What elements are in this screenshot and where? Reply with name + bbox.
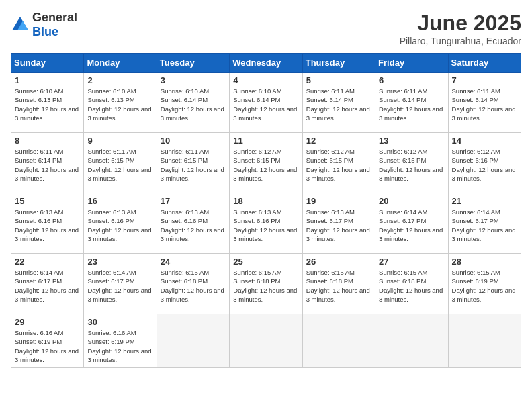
table-row: 3 Sunrise: 6:10 AM Sunset: 6:14 PM Dayli… bbox=[157, 73, 229, 133]
day-number: 15 bbox=[15, 196, 80, 206]
month-year: June 2025 bbox=[400, 11, 521, 36]
day-info: Sunrise: 6:12 AM Sunset: 6:15 PM Dayligh… bbox=[306, 147, 371, 183]
day-number: 9 bbox=[87, 136, 152, 146]
logo: General Blue bbox=[11, 11, 77, 39]
calendar-row: 1 Sunrise: 6:10 AM Sunset: 6:13 PM Dayli… bbox=[11, 73, 521, 133]
day-number: 19 bbox=[306, 196, 371, 206]
calendar-row: 22 Sunrise: 6:14 AM Sunset: 6:17 PM Dayl… bbox=[11, 254, 521, 314]
day-number: 16 bbox=[87, 196, 152, 206]
table-row: 12 Sunrise: 6:12 AM Sunset: 6:15 PM Dayl… bbox=[302, 133, 375, 193]
day-number: 26 bbox=[306, 257, 371, 267]
day-info: Sunrise: 6:11 AM Sunset: 6:14 PM Dayligh… bbox=[379, 87, 444, 122]
table-row: 18 Sunrise: 6:13 AM Sunset: 6:16 PM Dayl… bbox=[230, 193, 302, 254]
table-row: 2 Sunrise: 6:10 AM Sunset: 6:13 PM Dayli… bbox=[84, 73, 157, 133]
day-number: 27 bbox=[379, 257, 444, 267]
day-number: 3 bbox=[161, 75, 226, 85]
day-info: Sunrise: 6:12 AM Sunset: 6:15 PM Dayligh… bbox=[233, 147, 298, 183]
day-number: 21 bbox=[452, 196, 517, 206]
day-number: 23 bbox=[87, 257, 152, 267]
table-row: 4 Sunrise: 6:10 AM Sunset: 6:14 PM Dayli… bbox=[230, 73, 302, 133]
day-number: 28 bbox=[452, 257, 517, 267]
table-row: 17 Sunrise: 6:13 AM Sunset: 6:16 PM Dayl… bbox=[157, 193, 229, 254]
day-info: Sunrise: 6:15 AM Sunset: 6:18 PM Dayligh… bbox=[306, 268, 371, 304]
table-row bbox=[230, 314, 302, 368]
header-friday: Friday bbox=[375, 54, 448, 73]
day-number: 25 bbox=[233, 257, 298, 267]
day-info: Sunrise: 6:14 AM Sunset: 6:17 PM Dayligh… bbox=[379, 208, 444, 243]
title-block: June 2025 Pillaro, Tungurahua, Ecuador bbox=[400, 11, 521, 46]
day-number: 11 bbox=[233, 136, 298, 146]
header-thursday: Thursday bbox=[302, 54, 375, 73]
table-row: 8 Sunrise: 6:11 AM Sunset: 6:14 PM Dayli… bbox=[11, 133, 84, 193]
table-row: 23 Sunrise: 6:14 AM Sunset: 6:17 PM Dayl… bbox=[84, 254, 157, 314]
table-row: 9 Sunrise: 6:11 AM Sunset: 6:15 PM Dayli… bbox=[84, 133, 157, 193]
day-info: Sunrise: 6:12 AM Sunset: 6:16 PM Dayligh… bbox=[452, 147, 517, 183]
day-info: Sunrise: 6:15 AM Sunset: 6:18 PM Dayligh… bbox=[233, 268, 298, 304]
day-info: Sunrise: 6:15 AM Sunset: 6:18 PM Dayligh… bbox=[379, 268, 444, 304]
location: Pillaro, Tungurahua, Ecuador bbox=[400, 36, 521, 46]
page-header: General Blue June 2025 Pillaro, Tungurah… bbox=[11, 11, 521, 46]
table-row: 10 Sunrise: 6:11 AM Sunset: 6:15 PM Dayl… bbox=[157, 133, 229, 193]
table-row: 7 Sunrise: 6:11 AM Sunset: 6:14 PM Dayli… bbox=[448, 73, 521, 133]
table-row: 16 Sunrise: 6:13 AM Sunset: 6:16 PM Dayl… bbox=[84, 193, 157, 254]
day-number: 24 bbox=[161, 257, 226, 267]
table-row: 14 Sunrise: 6:12 AM Sunset: 6:16 PM Dayl… bbox=[448, 133, 521, 193]
header-tuesday: Tuesday bbox=[157, 54, 229, 73]
day-info: Sunrise: 6:15 AM Sunset: 6:18 PM Dayligh… bbox=[161, 268, 226, 304]
day-info: Sunrise: 6:14 AM Sunset: 6:17 PM Dayligh… bbox=[452, 208, 517, 243]
table-row: 5 Sunrise: 6:11 AM Sunset: 6:14 PM Dayli… bbox=[302, 73, 375, 133]
table-row: 6 Sunrise: 6:11 AM Sunset: 6:14 PM Dayli… bbox=[375, 73, 448, 133]
day-info: Sunrise: 6:16 AM Sunset: 6:19 PM Dayligh… bbox=[87, 328, 152, 364]
table-row: 24 Sunrise: 6:15 AM Sunset: 6:18 PM Dayl… bbox=[157, 254, 229, 314]
logo-blue: Blue bbox=[32, 25, 58, 38]
day-info: Sunrise: 6:11 AM Sunset: 6:14 PM Dayligh… bbox=[15, 147, 80, 183]
table-row: 29 Sunrise: 6:16 AM Sunset: 6:19 PM Dayl… bbox=[11, 314, 84, 368]
day-info: Sunrise: 6:11 AM Sunset: 6:14 PM Dayligh… bbox=[306, 87, 371, 122]
table-row: 26 Sunrise: 6:15 AM Sunset: 6:18 PM Dayl… bbox=[302, 254, 375, 314]
calendar-header-row: Sunday Monday Tuesday Wednesday Thursday… bbox=[11, 54, 521, 73]
day-number: 17 bbox=[161, 196, 226, 206]
table-row bbox=[302, 314, 375, 368]
day-info: Sunrise: 6:10 AM Sunset: 6:13 PM Dayligh… bbox=[87, 87, 152, 122]
day-info: Sunrise: 6:14 AM Sunset: 6:17 PM Dayligh… bbox=[15, 268, 80, 304]
day-info: Sunrise: 6:13 AM Sunset: 6:16 PM Dayligh… bbox=[161, 208, 226, 243]
table-row: 21 Sunrise: 6:14 AM Sunset: 6:17 PM Dayl… bbox=[448, 193, 521, 254]
table-row: 20 Sunrise: 6:14 AM Sunset: 6:17 PM Dayl… bbox=[375, 193, 448, 254]
day-number: 7 bbox=[452, 75, 517, 85]
day-info: Sunrise: 6:10 AM Sunset: 6:14 PM Dayligh… bbox=[233, 87, 298, 122]
table-row: 28 Sunrise: 6:15 AM Sunset: 6:19 PM Dayl… bbox=[448, 254, 521, 314]
day-number: 5 bbox=[306, 75, 371, 85]
logo-general: General bbox=[32, 11, 77, 24]
day-number: 30 bbox=[87, 317, 152, 327]
day-number: 13 bbox=[379, 136, 444, 146]
day-info: Sunrise: 6:10 AM Sunset: 6:14 PM Dayligh… bbox=[161, 87, 226, 122]
day-number: 8 bbox=[15, 136, 80, 146]
day-info: Sunrise: 6:10 AM Sunset: 6:13 PM Dayligh… bbox=[15, 87, 80, 122]
table-row: 1 Sunrise: 6:10 AM Sunset: 6:13 PM Dayli… bbox=[11, 73, 84, 133]
calendar-table: Sunday Monday Tuesday Wednesday Thursday… bbox=[11, 53, 521, 368]
table-row: 27 Sunrise: 6:15 AM Sunset: 6:18 PM Dayl… bbox=[375, 254, 448, 314]
table-row: 11 Sunrise: 6:12 AM Sunset: 6:15 PM Dayl… bbox=[230, 133, 302, 193]
table-row: 25 Sunrise: 6:15 AM Sunset: 6:18 PM Dayl… bbox=[230, 254, 302, 314]
day-info: Sunrise: 6:14 AM Sunset: 6:17 PM Dayligh… bbox=[87, 268, 152, 304]
day-info: Sunrise: 6:11 AM Sunset: 6:14 PM Dayligh… bbox=[452, 87, 517, 122]
table-row bbox=[375, 314, 448, 368]
day-number: 18 bbox=[233, 196, 298, 206]
table-row: 22 Sunrise: 6:14 AM Sunset: 6:17 PM Dayl… bbox=[11, 254, 84, 314]
day-info: Sunrise: 6:15 AM Sunset: 6:19 PM Dayligh… bbox=[452, 268, 517, 304]
table-row: 30 Sunrise: 6:16 AM Sunset: 6:19 PM Dayl… bbox=[84, 314, 157, 368]
day-number: 4 bbox=[233, 75, 298, 85]
header-sunday: Sunday bbox=[11, 54, 84, 73]
calendar-row: 29 Sunrise: 6:16 AM Sunset: 6:19 PM Dayl… bbox=[11, 314, 521, 368]
day-number: 22 bbox=[15, 257, 80, 267]
logo-icon bbox=[11, 15, 30, 34]
day-number: 14 bbox=[452, 136, 517, 146]
day-number: 29 bbox=[15, 317, 80, 327]
table-row: 13 Sunrise: 6:12 AM Sunset: 6:15 PM Dayl… bbox=[375, 133, 448, 193]
day-info: Sunrise: 6:13 AM Sunset: 6:16 PM Dayligh… bbox=[87, 208, 152, 243]
day-info: Sunrise: 6:16 AM Sunset: 6:19 PM Dayligh… bbox=[15, 328, 80, 364]
day-number: 6 bbox=[379, 75, 444, 85]
table-row: 19 Sunrise: 6:13 AM Sunset: 6:17 PM Dayl… bbox=[302, 193, 375, 254]
day-number: 1 bbox=[15, 75, 80, 85]
table-row bbox=[448, 314, 521, 368]
